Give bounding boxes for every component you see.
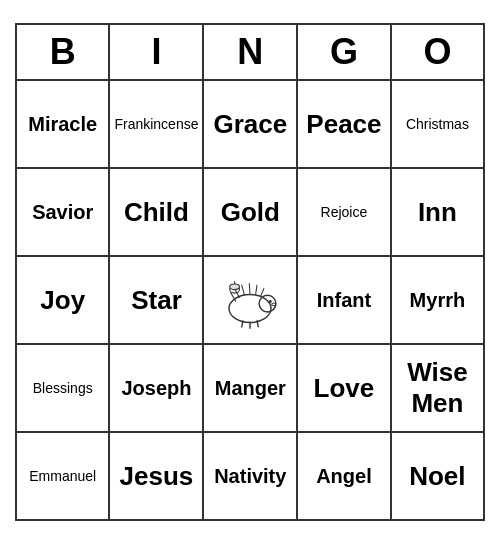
cell-text: Rejoice: [321, 204, 368, 220]
cell-text: Myrrh: [410, 289, 466, 311]
cell-3-3: Love: [297, 344, 391, 432]
cell-text: Manger: [215, 377, 286, 399]
cell-4-1: Jesus: [109, 432, 203, 520]
cell-text: Star: [131, 285, 182, 315]
cell-text: Inn: [418, 197, 457, 227]
bingo-body: MiracleFrankincenseGracePeaceChristmasSa…: [16, 80, 484, 520]
cell-0-1: Frankincense: [109, 80, 203, 168]
cell-text: Gold: [221, 197, 280, 227]
cell-text: Child: [124, 197, 189, 227]
cell-text: Infant: [317, 289, 371, 311]
svg-point-14: [230, 284, 240, 290]
header-b: B: [16, 24, 109, 80]
svg-line-7: [250, 283, 251, 294]
header-o: O: [391, 24, 484, 80]
cell-text: Love: [314, 373, 375, 403]
header-n: N: [203, 24, 297, 80]
cell-3-1: Joseph: [109, 344, 203, 432]
cell-text: Noel: [409, 461, 465, 491]
table-row: MiracleFrankincenseGracePeaceChristmas: [16, 80, 484, 168]
table-row: BlessingsJosephMangerLoveWiseMen: [16, 344, 484, 432]
cell-1-0: Savior: [16, 168, 109, 256]
cell-1-1: Child: [109, 168, 203, 256]
cell-text: Peace: [306, 109, 381, 139]
header-row: B I N G O: [16, 24, 484, 80]
cell-text: Nativity: [214, 465, 286, 487]
cell-text: Joseph: [121, 377, 191, 399]
table-row: JoyStar: [16, 256, 484, 344]
cell-text: Jesus: [120, 461, 194, 491]
cell-2-0: Joy: [16, 256, 109, 344]
cell-3-0: Blessings: [16, 344, 109, 432]
cell-2-4: Myrrh: [391, 256, 484, 344]
cell-1-3: Rejoice: [297, 168, 391, 256]
cell-4-2: Nativity: [203, 432, 297, 520]
cell-text: Men: [411, 388, 463, 418]
cell-4-3: Angel: [297, 432, 391, 520]
cell-2-1: Star: [109, 256, 203, 344]
svg-line-9: [261, 288, 265, 296]
cell-0-4: Christmas: [391, 80, 484, 168]
cell-text: Frankincense: [114, 116, 198, 132]
header-g: G: [297, 24, 391, 80]
cell-text: Miracle: [28, 113, 97, 135]
cell-1-2: Gold: [203, 168, 297, 256]
cell-text: Emmanuel: [29, 468, 96, 484]
cell-4-0: Emmanuel: [16, 432, 109, 520]
cell-text: Wise: [407, 357, 467, 387]
cell-2-3: Infant: [297, 256, 391, 344]
bingo-card: B I N G O MiracleFrankincenseGracePeaceC…: [15, 23, 485, 521]
cell-4-4: Noel: [391, 432, 484, 520]
table-row: EmmanuelJesusNativityAngelNoel: [16, 432, 484, 520]
header-i: I: [109, 24, 203, 80]
svg-point-0: [229, 295, 271, 323]
cell-0-0: Miracle: [16, 80, 109, 168]
free-space-image: [215, 263, 285, 333]
table-row: SaviorChildGoldRejoiceInn: [16, 168, 484, 256]
cell-text: Grace: [213, 109, 287, 139]
cell-3-4: WiseMen: [391, 344, 484, 432]
svg-point-1: [259, 295, 276, 312]
cell-3-2: Manger: [203, 344, 297, 432]
cell-0-2: Grace: [203, 80, 297, 168]
cell-1-4: Inn: [391, 168, 484, 256]
cell-2-2: [203, 256, 297, 344]
cell-text: Blessings: [33, 380, 93, 396]
cell-text: Joy: [40, 285, 85, 315]
svg-point-2: [269, 300, 272, 303]
cell-0-3: Peace: [297, 80, 391, 168]
cell-text: Christmas: [406, 116, 469, 132]
svg-line-6: [242, 285, 245, 296]
cell-text: Savior: [32, 201, 93, 223]
svg-line-8: [256, 285, 257, 295]
cell-text: Angel: [316, 465, 372, 487]
